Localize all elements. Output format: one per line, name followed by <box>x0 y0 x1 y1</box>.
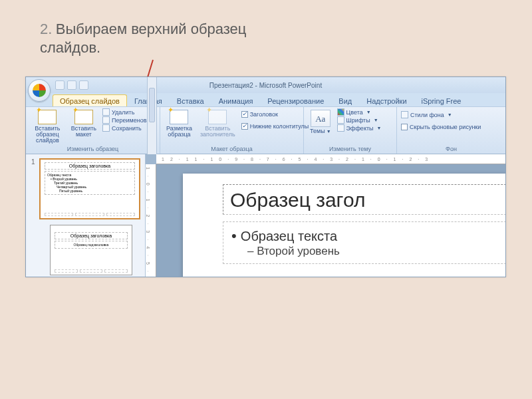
master-layout-icon <box>170 110 188 124</box>
instruction-number: 2. <box>40 21 52 37</box>
instruction-body: Выбираем верхний образец слайдов. <box>40 21 246 56</box>
vertical-ruler[interactable]: 1·0·1·2·3·4·5·6·7·8·9 <box>146 164 156 277</box>
powerpoint-window: Презентация2 - Microsoft PowerPoint Обра… <box>25 76 506 277</box>
group-edit-theme-title: Изменить тему <box>308 145 392 154</box>
insert-slide-master-label: Вставить образец слайдов <box>32 126 63 144</box>
chevron-down-icon: ▼ <box>366 110 371 114</box>
qat-save-icon[interactable] <box>55 80 65 90</box>
chevron-down-icon: ▼ <box>448 112 452 117</box>
qat-redo-icon[interactable] <box>79 80 88 90</box>
thumbnail-pane[interactable]: 1 Образец заголовка Образец текста • Вто… <box>26 154 146 277</box>
insert-placeholder-icon <box>208 110 227 124</box>
group-master-layout: Разметка образца Вставить заполнитель За… <box>160 107 304 154</box>
master-layout-label: Разметка образца <box>166 126 192 138</box>
insert-placeholder-button[interactable]: Вставить заполнитель <box>198 108 237 139</box>
tab-view[interactable]: Вид <box>331 94 359 106</box>
group-edit-theme: Aa Темы▼ Цвета▼ Шрифты▼ Эффекты▼ Изменит… <box>304 107 397 154</box>
checkbox-on-icon <box>241 111 248 118</box>
thumbnail-number: 1 <box>31 158 37 219</box>
delete-icon <box>102 108 110 116</box>
content-placeholder[interactable]: Образец текста Второй уровень <box>223 221 505 264</box>
chevron-down-icon: ▼ <box>327 129 331 134</box>
footers-checkbox[interactable]: Нижние колонтитулы <box>241 123 309 130</box>
editor-canvas[interactable]: Образец загол Образец текста Второй уров… <box>156 164 505 277</box>
fonts-icon <box>337 116 344 124</box>
rename-icon <box>102 116 110 124</box>
insert-placeholder-label: Вставить заполнитель <box>200 126 235 138</box>
colors-icon <box>337 108 344 116</box>
hide-bg-graphics-checkbox[interactable]: Скрыть фоновые рисунки <box>401 124 481 130</box>
tab-addins[interactable]: Надстройки <box>359 94 414 106</box>
preserve-icon <box>102 124 110 132</box>
background-styles-icon <box>401 111 408 118</box>
tab-review[interactable]: Рецензирование <box>260 94 331 106</box>
title-placeholder-text: Образец загол <box>230 189 365 211</box>
body-level-1: Образец текста <box>231 227 505 245</box>
master-thumb-title: Образец заголовка <box>45 162 135 170</box>
window-title: Презентация2 - Microsoft PowerPoint <box>209 82 322 89</box>
themes-icon: Aa <box>311 110 331 127</box>
background-styles-button[interactable]: Стили фона▼ <box>401 111 481 118</box>
group-edit-master: Вставить образец слайдов Вставить макет … <box>26 107 160 154</box>
tab-slide-master[interactable]: Образец слайдов <box>53 94 127 106</box>
insert-layout-icon <box>74 110 93 124</box>
instruction-text: 2. Выбираем верхний образец слайдов. <box>40 20 293 57</box>
group-edit-master-title: Изменить образец <box>30 145 156 154</box>
ribbon: Вставить образец слайдов Вставить макет … <box>26 106 505 154</box>
qat-undo-icon[interactable] <box>67 80 76 90</box>
slide-editor: 12·11·10·9·8·7·6·5·4·3·2·1·0·1·2·3 1·0·1… <box>146 154 505 277</box>
master-thumbnail[interactable]: Образец заголовка Образец текста • Второ… <box>39 158 140 219</box>
effects-icon <box>337 124 344 132</box>
ribbon-tabs: Образец слайдов Главная Вставка Анимация… <box>26 93 505 106</box>
checkbox-on-icon <box>241 123 248 130</box>
checkbox-off-icon <box>401 124 408 130</box>
theme-fonts-button[interactable]: Шрифты▼ <box>337 116 382 124</box>
layout-thumb-sub: Образец подзаголовка <box>55 241 128 249</box>
workspace: 1 Образец заголовка Образец текста • Вто… <box>26 154 505 277</box>
tab-insert[interactable]: Вставка <box>170 94 211 106</box>
group-background: Стили фона▼ Скрыть фоновые рисунки Фон <box>397 107 505 154</box>
insert-layout-label: Вставить макет <box>71 126 96 138</box>
layout-thumb-title: Образец заголовка <box>55 232 128 239</box>
office-button[interactable] <box>28 79 51 102</box>
chevron-down-icon: ▼ <box>374 118 378 122</box>
body-level-2: Второй уровень <box>247 245 505 258</box>
title-bar: Презентация2 - Microsoft PowerPoint <box>26 77 505 93</box>
tab-ispring[interactable]: iSpring Free <box>414 94 469 106</box>
insert-slide-master-icon <box>38 110 57 124</box>
group-master-layout-title: Макет образца <box>164 145 299 154</box>
chevron-down-icon: ▼ <box>377 126 382 130</box>
quick-access-toolbar <box>55 80 88 90</box>
themes-button[interactable]: Aa Темы▼ <box>308 108 333 136</box>
theme-effects-button[interactable]: Эффекты▼ <box>337 124 382 132</box>
master-thumb-body: Образец текста • Второй уровень Третий у… <box>45 171 135 195</box>
group-background-title: Фон <box>401 145 501 154</box>
theme-colors-button[interactable]: Цвета▼ <box>337 108 382 116</box>
slide-master-canvas[interactable]: Образец загол Образец текста Второй уров… <box>183 174 505 277</box>
themes-label: Темы <box>310 128 325 134</box>
insert-layout-button[interactable]: Вставить макет <box>69 108 98 139</box>
insert-slide-master-button[interactable]: Вставить образец слайдов <box>30 108 65 145</box>
layout-thumbnail[interactable]: Образец заголовка Образец подзаголовка <box>50 225 132 275</box>
horizontal-ruler[interactable]: 12·11·10·9·8·7·6·5·4·3·2·1·0·1·2·3 <box>156 154 505 164</box>
title-placeholder[interactable]: Образец загол <box>223 184 505 215</box>
master-layout-button[interactable]: Разметка образца <box>164 108 194 139</box>
tab-animation[interactable]: Анимация <box>211 94 261 106</box>
title-checkbox[interactable]: Заголовок <box>241 111 309 118</box>
